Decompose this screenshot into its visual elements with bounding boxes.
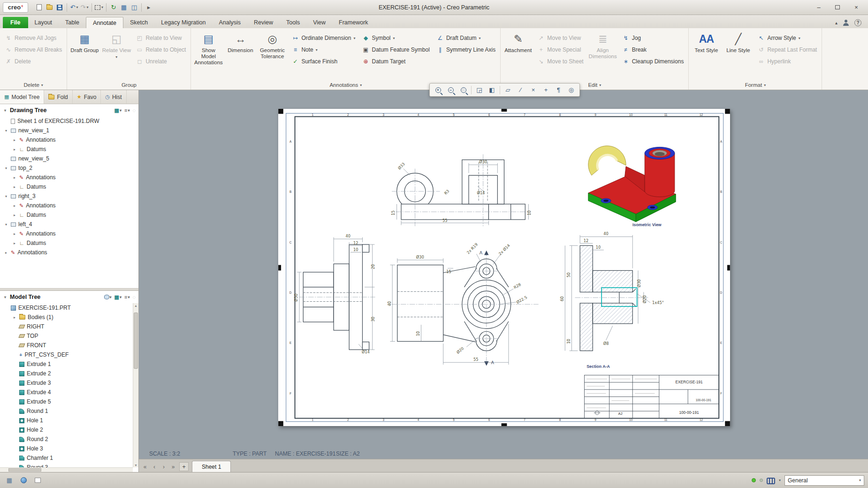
tree-item-extrude-5[interactable]: Extrude 5 [0,397,138,406]
previous-sheet-button[interactable]: ‹ [150,462,159,472]
refit-button[interactable]: □ [457,84,469,96]
collapse-icon[interactable]: ▾ [3,295,8,299]
dimension[interactable]: Ø50 [294,294,298,302]
dimension[interactable]: 55 [442,218,448,223]
dimension[interactable]: R3 [443,189,450,196]
repeat-last-format-button[interactable]: ↺Repeat Last Format [755,45,819,55]
tree-item-annotations[interactable]: ▸✎Annotations [0,135,138,145]
expander-icon[interactable]: ▸ [12,204,17,208]
add-sheet-button[interactable]: + [179,462,189,471]
tab-table[interactable]: Table [59,17,86,28]
dimension[interactable]: Ø30 [637,279,641,287]
tab-framework[interactable]: Framework [332,17,375,28]
tree-item-datums[interactable]: ▸∟Datums [0,145,138,154]
dimension[interactable]: 10 [527,211,532,216]
expander-icon[interactable]: ▸ [4,251,8,255]
dimension[interactable]: 40 [387,301,392,306]
navtab-favorites[interactable]: ★Favo [73,90,101,104]
tree-filters-button[interactable]: ▦▾ [114,294,122,300]
section-letter[interactable]: A [480,250,483,255]
tree-item-hole-1[interactable]: Hole 1 [0,416,138,425]
expander-icon[interactable]: ▸ [12,138,17,142]
section-view[interactable]: 40 12 10 60 50 10 Ø30 Ø20 1x45° Ø8 Secti… [560,231,664,369]
tree-settings-button[interactable]: ≡▾ [124,107,129,113]
jog-button[interactable]: ↯Jog [620,33,686,43]
undo-button[interactable]: ↶▾ [69,2,79,13]
dimension[interactable]: Ø8 [603,341,609,346]
expander-icon[interactable]: ▸ [12,213,17,217]
collapse-ribbon-button[interactable]: ▴ [835,20,838,25]
tree-item-top-plane[interactable]: TOP [0,331,138,341]
windows-button[interactable]: ▦ [119,2,129,13]
group-label-format[interactable]: Format▾ [692,80,819,90]
navtab-folder-browser[interactable]: Fold [44,90,72,104]
navtab-history[interactable]: ◷Hist [101,90,126,104]
tab-legacy-migration[interactable]: Legacy Migration [154,17,212,28]
section-letter[interactable]: A [491,360,494,365]
tree-item-annotations[interactable]: ▸✎Annotations [0,201,138,210]
select-mode-button[interactable]: ▾ [94,2,104,13]
annotation-display-button[interactable]: ¶ [553,84,564,96]
dimension[interactable]: Ø30 [416,255,424,259]
datum-feature-symbol-button[interactable]: ▣Datum Feature Symbol [360,45,432,55]
show-model-annotations-button[interactable]: ▤Show Model Annotations [194,29,223,80]
tree-item-annotations-root[interactable]: ▸✎Annotations [0,248,138,257]
regenerate-button[interactable]: ↻ [108,2,119,13]
expander-icon[interactable]: ▸ [12,315,17,320]
dimension[interactable]: 12 [353,241,358,245]
save-button[interactable] [54,2,65,13]
tree-item-left-4[interactable]: ▾left_4 [0,220,138,229]
csys-display-button[interactable]: + [540,84,552,96]
tree-item-new-view-1[interactable]: ▾new_view_1 [0,126,138,135]
expander-icon[interactable]: ▸ [12,241,17,245]
dimension[interactable]: Ø22.5 [516,295,528,305]
symbol-button[interactable]: ◆Symbol▾ [360,33,432,43]
tree-item-datums[interactable]: ▸∟Datums [0,238,138,248]
tab-tools[interactable]: Tools [280,17,306,28]
plane-display-button[interactable]: ▱ [502,84,514,96]
display-style-button[interactable]: ◧ [486,84,498,96]
dimension[interactable]: Ø33 [397,161,406,170]
dimension[interactable]: 50 [566,273,571,278]
top-view[interactable]: Ø30 Ø14 Ø33 R3 55 15 10 [391,154,532,226]
isometric-view[interactable]: Isometric View [588,146,676,227]
tree-item-right-plane[interactable]: RIGHT [0,322,138,331]
tab-file[interactable]: File [3,17,28,28]
dimension[interactable]: 40 [346,234,351,238]
align-dimensions-button[interactable]: ≣Align Dimensions [588,29,617,80]
tree-item-bodies[interactable]: ▸Bodies (1) [0,313,138,322]
zoom-in-button[interactable]: + [432,84,444,96]
search-caret[interactable]: ▾ [779,478,781,482]
tree-item-extrude-4[interactable]: Extrude 4 [0,388,138,397]
tab-layout[interactable]: Layout [28,17,59,28]
first-sheet-button[interactable]: « [141,462,149,472]
expander-icon[interactable]: ▸ [12,185,17,189]
delete-button[interactable]: ✗Delete [3,56,64,67]
front-view[interactable]: Ø30 15 55 40 10 Ø20 R28 Ø22.5 2x R19 2x … [387,242,539,366]
dimension[interactable]: Ø20 [456,346,464,355]
dimension[interactable]: 10 [566,339,571,344]
fullscreen-toggle-button[interactable] [32,475,43,486]
graphics-area[interactable]: 123456789101112 123456789101112 ABCDEF A… [139,90,868,472]
surface-finish-button[interactable]: ✓Surface Finish [289,56,357,67]
tree-item-right-3[interactable]: ▾right_3 [0,191,138,201]
tree-item-chamfer-1[interactable]: Chamfer 1 [0,453,138,463]
dimension[interactable]: Ø20 [642,295,647,303]
browser-toggle-button[interactable] [18,475,29,486]
tree-item-csys[interactable]: +PRT_CSYS_DEF [0,350,138,359]
scroll-thumb[interactable] [8,468,41,472]
minimize-button[interactable]: – [810,2,828,13]
attachment-button[interactable]: ✎Attachment [503,29,533,80]
line-style-button[interactable]: ╱Line Style [723,29,753,80]
tree-item-part[interactable]: EXERCISE-191.PRT [0,303,138,313]
tree-item-extrude-1[interactable]: Extrude 1 [0,359,138,369]
tab-sketch[interactable]: Sketch [123,17,154,28]
scroll-thumb[interactable] [134,313,138,369]
relate-view-button[interactable]: ◱Relate View▾ [102,29,131,80]
dimension[interactable]: Ø14 [362,350,370,354]
tree-item-datums[interactable]: ▸∟Datums [0,210,138,220]
model-tree-scrollbar[interactable]: ▲ ▼ [133,303,138,467]
selection-filter-dropdown[interactable]: General▾ [784,475,864,486]
group-label-group[interactable]: Group [70,80,188,90]
scroll-down-arrow[interactable]: ▼ [133,463,138,467]
